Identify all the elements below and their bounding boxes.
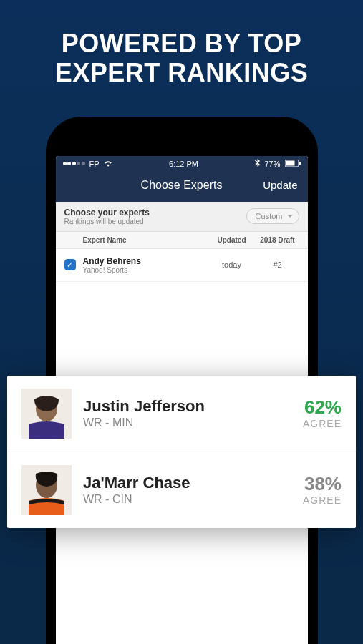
status-time: 6:12 PM: [169, 160, 198, 168]
hero-title: POWERED BY TOP EXPERT RANKINGS: [0, 0, 363, 109]
col-expert-name: Expert Name: [83, 236, 208, 244]
svg-rect-1: [286, 160, 294, 165]
expert-source: Yahoo! Sports: [83, 266, 208, 274]
table-header: Expert Name Updated 2018 Draft: [56, 232, 308, 249]
player-row[interactable]: Justin Jefferson WR - MIN 62% AGREE: [7, 376, 356, 452]
player-name: Ja'Marr Chase: [83, 474, 303, 492]
expert-name: Andy Behrens: [83, 256, 208, 266]
battery-label: 77%: [264, 160, 280, 168]
player-position: WR - CIN: [83, 493, 303, 506]
signal-icon: [63, 162, 85, 165]
rankings-select[interactable]: Custom: [246, 208, 299, 224]
update-button[interactable]: Update: [263, 179, 297, 191]
expert-updated: today: [208, 260, 256, 269]
carrier-label: FP: [89, 160, 100, 168]
expert-draft: #2: [256, 260, 299, 269]
col-draft: 2018 Draft: [256, 236, 299, 244]
wifi-icon: [104, 160, 112, 168]
player-row[interactable]: Ja'Marr Chase WR - CIN 38% AGREE: [7, 452, 356, 528]
player-headshot: [21, 389, 72, 439]
expert-row[interactable]: Andy Behrens Yahoo! Sports today #2: [56, 249, 308, 282]
player-position: WR - MIN: [83, 416, 303, 429]
player-headshot: [21, 465, 72, 515]
bluetooth-icon: [255, 159, 260, 168]
expert-checkbox[interactable]: [64, 259, 76, 270]
agree-percent: 38%: [303, 474, 342, 493]
col-updated: Updated: [208, 236, 256, 244]
choose-subtitle: Rankings will be updated: [64, 218, 150, 225]
status-bar: FP 6:12 PM 77%: [56, 156, 308, 172]
agree-label: AGREE: [303, 494, 342, 506]
nav-title: Choose Experts: [141, 179, 223, 192]
battery-icon: [285, 160, 301, 168]
choose-title: Choose your experts: [64, 208, 150, 218]
choose-experts-bar: Choose your experts Rankings will be upd…: [56, 202, 308, 232]
player-compare-card: Justin Jefferson WR - MIN 62% AGREE Ja'M…: [7, 376, 356, 528]
svg-rect-2: [299, 162, 301, 165]
agree-percent: 62%: [303, 398, 342, 416]
nav-bar: Choose Experts Update: [56, 172, 308, 202]
agree-label: AGREE: [303, 418, 342, 429]
player-name: Justin Jefferson: [83, 398, 303, 415]
